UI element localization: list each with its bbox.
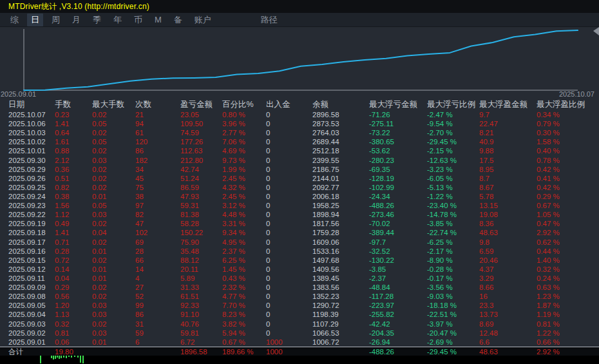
table-row[interactable]: 2025.09.010.060.0166.720.67 %10001006.72… [0,338,599,347]
table-row[interactable]: 2025.10.061.410.0594109.503.96 %02873.53… [0,119,599,128]
table-cell: 22.47 [479,119,498,128]
table-cell: 82 [135,210,144,219]
table-row[interactable]: 2025.10.070.230.022123.050.80 %02896.58-… [0,110,599,119]
table-row[interactable]: 2025.09.150.720.026688.126.25 %01497.68-… [0,256,599,265]
table-cell: 59.31 [180,201,199,210]
menu-item-7[interactable]: 币 [130,14,146,26]
table-cell: 1389.45 [312,274,339,283]
table-cell: 1.41 [55,119,69,128]
table-row[interactable]: 2025.09.240.380.013847.932.45 %02006.18-… [0,192,599,201]
menu-item-10[interactable]: 账户 [191,14,215,26]
column-header[interactable]: 最大手数 [92,99,124,110]
table-cell: 13.73 [479,310,498,319]
table-cell: 120 [135,137,147,146]
column-header[interactable]: 日期 [8,99,24,110]
table-cell: 2689.44 [312,137,339,146]
table-row[interactable]: 2025.09.170.710.026975.904.95 %01609.06-… [0,238,599,247]
table-cell: 20.11 [180,265,198,274]
table-row[interactable]: 2025.09.260.510.024551.242.45 %02144.01-… [0,174,599,183]
table-row[interactable]: 2025.10.030.640.026174.592.77 %02764.03-… [0,128,599,137]
table-cell: 3.12 % [222,201,245,210]
table-cell: 182 [135,156,147,165]
table-cell: 1198.39 [312,310,339,319]
table-row[interactable]: 2025.09.221.120.038281.384.48 %01898.94-… [0,210,599,219]
table-row[interactable]: 2025.09.181.410.04102150.229.34 %01759.2… [0,228,599,237]
menu-item-1[interactable]: 综 [6,14,23,26]
table-cell: 59.81 [180,329,199,338]
table-cell: 1898.94 [312,210,339,219]
column-header[interactable]: 最大浮盈金额 [479,99,528,110]
table-row[interactable]: 2025.09.302.120.03182212.809.73 %02399.5… [0,156,599,165]
table-cell: 0.02 [92,128,106,137]
table-cell: 0.79 % [537,119,560,128]
table-cell: 12.48 [479,329,498,338]
volume-bar [51,356,52,358]
menu-item-5[interactable]: 季 [89,14,105,26]
table-row[interactable]: 2025.09.051.200.039992.337.70 %01290.72-… [0,301,599,310]
column-header[interactable]: 最大浮盈比例 [537,99,585,110]
table-row[interactable]: 2025.09.030.320.023140.763.82 %01107.29-… [0,320,599,329]
column-header[interactable]: 手数 [55,99,71,110]
table-cell: 5.94 % [222,329,245,338]
table-cell: 2025.09.26 [8,174,46,183]
table-cell: 0.02 [92,165,106,174]
table-row[interactable]: 2025.09.290.360.023442.741.99 %02186.75-… [0,165,599,174]
column-header[interactable]: 最大浮亏金额 [369,99,417,110]
table-cell: 0.49 [55,219,69,228]
total-cell: 48.63 [479,347,498,356]
table-cell: 5.89 [180,274,195,283]
table-row[interactable]: 2025.09.080.560.025261.514.77 %01352.23-… [0,292,599,301]
table-cell: -69.35 [369,165,390,174]
menu-item-11[interactable]: 路径 [257,14,281,26]
table-row[interactable]: 2025.10.021.610.05120177.267.06 %02689.4… [0,137,599,146]
menu-item-8[interactable]: M [151,14,166,25]
table-cell: -3.56 % [427,283,453,292]
table-cell: 9.88 [479,146,493,155]
table-row[interactable]: 2025.09.231.560.059759.313.12 %01958.25-… [0,201,599,210]
table-cell: 0.04 [55,274,69,283]
table-row[interactable]: 2025.09.041.130.038691.108.23 %01198.39-… [0,310,599,319]
table-cell: 0.63 % [537,283,560,292]
table-cell: 0.41 % [537,174,560,183]
table-row[interactable]: 2025.09.110.040.0145.890.43 %01389.45-2.… [0,274,599,283]
column-header[interactable]: 余额 [312,99,328,110]
table-cell: 2025.09.30 [8,156,46,165]
table-cell: -255.82 [369,310,394,319]
table-cell: 2.45 % [222,192,245,201]
table-row[interactable]: 2025.09.020.810.035959.815.94 %01066.53-… [0,329,599,338]
table-cell: -6.25 % [427,238,453,247]
menu-item-2[interactable]: 日 [27,14,43,26]
table-cell: 81.38 [180,210,199,219]
table-cell: 0 [266,137,270,146]
table-row[interactable]: 2025.09.190.490.024758.283.31 %01817.56-… [0,219,599,228]
table-row[interactable]: 2025.09.160.280.012835.482.37 %01533.16-… [0,247,599,256]
column-header[interactable]: 出入金 [266,99,290,110]
total-cell: 1896.58 [180,347,207,356]
table-cell: 1.13 [55,310,69,319]
column-header[interactable]: 盈亏金额 [180,99,213,110]
column-header[interactable]: 最大浮亏比例 [427,99,475,110]
table-cell: 6.72 [180,338,195,347]
chart-splitter-marker-icon[interactable] [593,27,599,35]
table-cell: 4 [135,274,139,283]
table-cell: 16 [479,292,488,301]
menu-item-4[interactable]: 月 [68,14,84,26]
menu-item-6[interactable]: 年 [109,14,126,26]
table-row[interactable]: 2025.09.090.290.022731.332.32 %01383.56-… [0,283,599,292]
table-row[interactable]: 2025.09.250.820.027586.594.32 %02092.77-… [0,183,599,192]
menu-item-9[interactable]: 备 [170,14,186,26]
table-cell: 0.14 [55,265,69,274]
table-row[interactable]: 2025.10.010.880.0286112.634.69 %02512.18… [0,146,599,155]
table-cell: 28 [135,247,144,256]
table-cell: -1.22 % [427,192,453,201]
table-cell: 1.58 % [537,137,560,146]
menu-item-3[interactable]: 周 [48,14,64,26]
column-header[interactable]: 次数 [135,99,151,110]
column-header[interactable]: 百分比% [222,99,254,110]
table-cell: -275.11 [369,119,394,128]
table-cell: 0 [266,320,270,329]
table-cell: 0 [266,329,270,338]
table-row[interactable]: 2025.09.120.140.011420.111.45 %01409.56-… [0,265,599,274]
table-cell: 2025.09.22 [8,210,46,219]
table-cell: 0.82 [55,183,69,192]
